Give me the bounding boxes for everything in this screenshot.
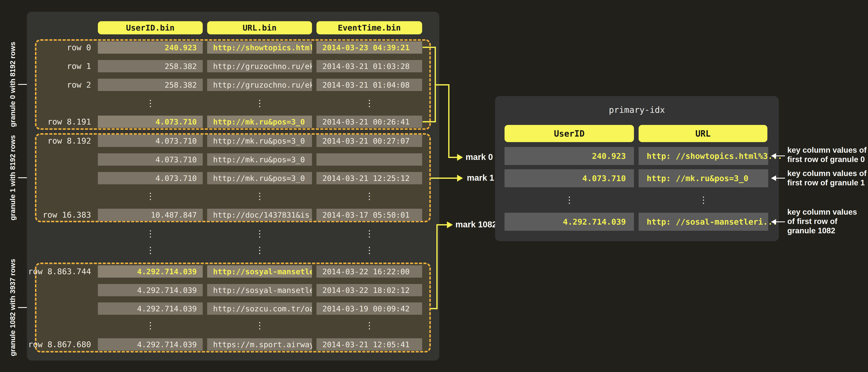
mark0-arrow-icon xyxy=(457,154,463,161)
granule-0-side-label: granule 0 with 8192 rows xyxy=(8,36,18,133)
primary-index-title: primary-idx xyxy=(495,105,779,115)
table-cell-url: http://sozcu.com.tr/oaut xyxy=(207,303,312,315)
ellipsis: ⋮ xyxy=(357,229,382,238)
annotation-line: first row of granule 1 xyxy=(787,178,867,188)
ellipsis: ⋮ xyxy=(247,229,272,238)
index-row1-arrow-line xyxy=(776,178,785,178)
row-label xyxy=(30,153,91,166)
table-cell-eventtime: 2014-03-23 04:39:21 xyxy=(316,41,422,54)
header-pill-url-bin: URL.bin xyxy=(207,21,312,34)
table-cell-eventtime: 2014-03-21 12:25:12 xyxy=(316,172,422,184)
table-cell-eventtime: 2014-03-21 12:05:41 xyxy=(316,338,422,350)
row-label xyxy=(30,172,91,184)
annotation-line: key column values xyxy=(787,207,857,217)
row-label: row 0 xyxy=(30,41,91,54)
table-cell-userid: 4.292.714.039 xyxy=(98,284,203,296)
table-cell-url: http://gruzochno.ru/ekat... xyxy=(207,60,312,72)
table-cell-eventtime: 2014-03-22 18:02:12 xyxy=(316,284,422,296)
granule-1082-side-label: granule 1082 with 3937 rows xyxy=(8,259,18,356)
header-pill-eventtime-bin: EventTime.bin xyxy=(316,21,422,34)
mark1082-connector-v xyxy=(436,224,438,309)
table-cell-userid: 4.073.710 xyxy=(98,172,203,184)
mark0-bracket-top xyxy=(423,47,436,48)
granule-0-arrow-line xyxy=(18,84,28,85)
mark0-label: mark 0 xyxy=(466,152,493,162)
table-cell-userid: 258.382 xyxy=(98,79,203,91)
mark1-arrow-icon xyxy=(457,175,463,181)
ellipsis: ⋮ xyxy=(691,196,716,204)
mark1082-arrow-icon xyxy=(447,222,453,228)
table-cell-eventtime: 2014-03-21 00:26:41 xyxy=(316,116,422,128)
table-cell-userid: 240.923 xyxy=(98,41,203,54)
row-label: row 8.191 xyxy=(30,116,91,128)
mark0-connector-v xyxy=(448,84,450,158)
annotation-line: of first row of xyxy=(787,217,857,226)
row-label xyxy=(30,303,91,315)
row-label: row 16.383 xyxy=(30,209,91,221)
annotation-line: key column values of xyxy=(787,169,867,178)
ellipsis: ⋮ xyxy=(357,246,382,255)
granule-1082-arrow-line xyxy=(18,307,28,308)
ellipsis: ⋮ xyxy=(138,321,163,330)
index-row0-arrow-line xyxy=(776,155,785,156)
index-cell-url: http: //sosal-mansetleri... xyxy=(639,213,768,231)
annotation-line: key column values of xyxy=(787,145,867,155)
table-cell-userid: 10.487.847 xyxy=(98,209,203,221)
mark0-connector-h2 xyxy=(448,157,458,158)
mark1-connector xyxy=(431,177,458,179)
table-cell-userid: 4.292.714.039 xyxy=(98,338,203,350)
index-cell-userid: 240.923 xyxy=(504,147,634,165)
table-cell-eventtime: 2014-03-21 01:03:28 xyxy=(316,60,422,72)
index-cell-url: http: //showtopics.html%3... xyxy=(639,147,768,165)
ellipsis: ⋮ xyxy=(247,246,272,255)
ellipsis: ⋮ xyxy=(357,321,382,330)
annotation-granule-1082: key column values of first row of granul… xyxy=(787,207,857,235)
header-pill-url: URL xyxy=(639,125,767,142)
row-label: row 8.863.744 xyxy=(30,265,91,278)
table-cell-userid: 4.073.710 xyxy=(98,135,203,147)
index-row0-arrow-icon xyxy=(771,153,776,159)
table-cell-userid: 4.292.714.039 xyxy=(98,265,203,278)
table-cell-url: http://showtopics.html%3... xyxy=(207,41,312,54)
annotation-line: first row of granule 0 xyxy=(787,155,867,164)
index-row2-arrow-line xyxy=(776,222,785,222)
annotation-line: granule 1082 xyxy=(787,226,857,235)
table-cell-userid: 258.382 xyxy=(98,60,203,72)
table-cell-userid: 4.073.710 xyxy=(98,116,203,128)
ellipsis: ⋮ xyxy=(138,246,163,255)
mark0-connector-h1 xyxy=(435,84,450,85)
table-cell-eventtime: 2014-03-17 05:50:01 xyxy=(316,209,422,221)
row-label: row 1 xyxy=(30,60,91,72)
row-label: row 8.192 xyxy=(30,135,91,147)
table-cell-url: http://mk.ru&pos=3_0 xyxy=(207,116,312,128)
table-cell-eventtime: 2014-03-21 00:27:07 xyxy=(316,135,422,147)
index-cell-userid: 4.073.710 xyxy=(504,169,634,187)
ellipsis: ⋮ xyxy=(138,99,163,108)
table-cell-url: http://mk.ru&pos=3_0 xyxy=(207,172,312,184)
index-cell-userid: 4.292.714.039 xyxy=(504,213,634,231)
ellipsis: ⋮ xyxy=(138,192,163,201)
table-cell-userid: 4.292.714.039 xyxy=(98,303,203,315)
annotation-granule-1: key column values of first row of granul… xyxy=(787,169,867,188)
index-row1-arrow-icon xyxy=(771,175,776,181)
table-cell-eventtime: 2014-03-21 01:04:08 xyxy=(316,79,422,91)
index-row2-arrow-icon xyxy=(771,219,776,225)
mark1082-label: mark 1082 xyxy=(455,220,497,229)
table-cell-url: http://doc/1437831&is_mo... xyxy=(207,209,312,221)
row-label: row 8.867.680 xyxy=(30,338,91,350)
granule-1-arrow-line xyxy=(18,177,28,178)
mark1082-connector-h2 xyxy=(436,224,447,225)
ellipsis: ⋮ xyxy=(357,99,382,108)
row-label xyxy=(30,284,91,296)
ellipsis: ⋮ xyxy=(247,321,272,330)
ellipsis: ⋮ xyxy=(138,229,163,238)
table-cell-eventtime: 2014-03-19 00:09:42 xyxy=(316,303,422,315)
table-cell-eventtime xyxy=(316,153,422,166)
ellipsis: ⋮ xyxy=(557,196,582,204)
table-cell-url: http://sosyal-mansetleri... xyxy=(207,265,312,278)
clickhouse-granules-diagram: granule 0 with 8192 rows granule 1 with … xyxy=(0,0,868,372)
mark0-bracket-bottom xyxy=(423,121,436,122)
table-cell-url: https://m.sport.airway/? xyxy=(207,338,312,350)
ellipsis: ⋮ xyxy=(357,192,382,201)
table-cell-url: http://sosyal-mansetleri... xyxy=(207,284,312,296)
